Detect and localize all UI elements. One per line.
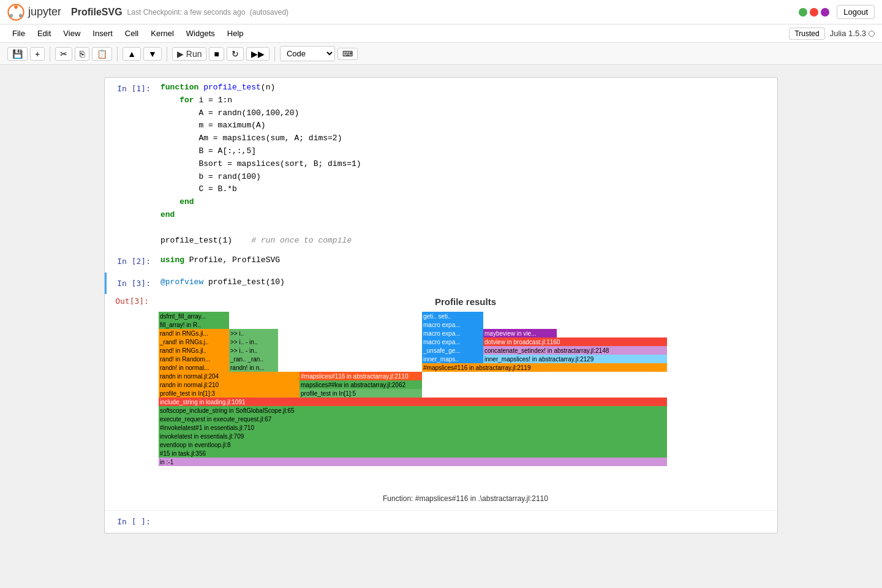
pblock-execute-request[interactable]: execute_request in execute_request.jl:67: [159, 415, 667, 423]
pblock-dsfmt[interactable]: dsfmt_fill_array...: [159, 312, 229, 320]
pblock-mapslices116a[interactable]: #mapslices#116 in abstractarray.jl:2110: [300, 372, 422, 380]
pblock-randn-normal3[interactable]: randn in normal.jl:204: [159, 372, 300, 380]
cell-2-content[interactable]: using Profile, ProfileSVG: [156, 251, 777, 273]
pblock-fill-array[interactable]: fill_array! in R..: [159, 320, 229, 329]
menu-cell[interactable]: Cell: [120, 27, 143, 40]
profile-footer: Function: #mapslices#116 in .\abstractar…: [159, 494, 772, 503]
pblock-rand-rngs1[interactable]: rand! in RNGs.jl...: [159, 329, 229, 337]
pblock-mapslices116b[interactable]: #mapslices#116 in abstractarray.jl:2119: [422, 363, 667, 372]
cell-3-label: In [3]:: [107, 273, 156, 295]
pblock-dotview[interactable]: dotview in broadcast.jl:1160: [483, 337, 667, 346]
profile-title: Profile results: [159, 296, 772, 307]
cell-1-label: In [1]:: [107, 78, 156, 251]
pblock-concatenate[interactable]: concatenate_setindex! in abstractarray.j…: [483, 346, 667, 355]
output-3-label: Out[3]:: [105, 294, 154, 505]
pblock-include-string[interactable]: include_string in loading.jl:1091: [159, 398, 667, 406]
output-3-content: Profile results dsfmt_fill_array... fill…: [154, 294, 777, 505]
cell-4-code[interactable]: [160, 514, 772, 529]
menu-insert[interactable]: Insert: [88, 27, 118, 40]
pblock-inner-mapslices[interactable]: inner_mapslices! in abstractarray.jl:212…: [483, 355, 667, 363]
dot-purple: [821, 8, 829, 17]
pblock-macro-expa2[interactable]: macro expa...: [422, 329, 483, 337]
restart-run-button[interactable]: ▶▶: [246, 47, 270, 61]
paste-button[interactable]: 📋: [92, 47, 112, 61]
run-button[interactable]: ▶ Run: [172, 47, 207, 61]
kernel-info: Julia 1.5.3: [830, 29, 875, 38]
cell-3-code[interactable]: @profview profile_test(10): [160, 276, 772, 289]
cell-4-content[interactable]: [156, 511, 777, 533]
kernel-status-dots: [799, 8, 829, 17]
menu-help[interactable]: Help: [222, 27, 249, 40]
cell-3-content[interactable]: @profview profile_test(10): [156, 273, 777, 295]
pblock-unsafe-ge[interactable]: _unsafe_ge...: [422, 346, 483, 355]
menubar: File Edit View Insert Cell Kernel Widget…: [0, 24, 882, 43]
pblock-macro-expa3[interactable]: macro expa...: [422, 337, 483, 346]
move-up-button[interactable]: ▲: [123, 47, 141, 61]
interrupt-button[interactable]: ■: [209, 47, 224, 61]
jupyter-text: jupyter: [28, 6, 61, 18]
pblock-invokelatest1[interactable]: #invokelatest#1 in essentials.jl:710: [159, 423, 667, 432]
dot-red: [810, 8, 818, 17]
menu-file[interactable]: File: [7, 27, 30, 40]
cell-2-code[interactable]: using Profile, ProfileSVG: [160, 254, 772, 267]
pblock-ran-ran[interactable]: _ran.. _ran..: [229, 355, 278, 363]
toolbar-separator-4: [274, 47, 275, 61]
pblock-rand-random[interactable]: rand! in Random...: [159, 355, 229, 363]
cell-1-code[interactable]: function profile_test(n) for i = 1:n A =…: [160, 81, 772, 247]
pblock-profile-test2[interactable]: profile_test in In[1]:5: [300, 389, 422, 398]
cell-3-output: Out[3]: Profile results dsfmt_fill_array…: [105, 294, 777, 505]
pblock-rand-rngs2[interactable]: >> i..: [229, 329, 278, 337]
dot-green: [799, 8, 807, 17]
save-button[interactable]: 💾: [7, 47, 28, 61]
cell-type-select[interactable]: Code Markdown Raw NBConvert Heading: [280, 46, 335, 61]
pblock-randn-normal1[interactable]: randn! in normal...: [159, 363, 229, 372]
cell-1-content[interactable]: function profile_test(n) for i = 1:n A =…: [156, 78, 777, 251]
add-cell-button[interactable]: +: [30, 47, 45, 61]
pblock-rand-rngs3[interactable]: _rand! in RNGs.j..: [159, 337, 229, 346]
svg-point-3: [19, 13, 23, 17]
svg-point-2: [10, 13, 13, 17]
pblock-randn-normal2[interactable]: randn! in n...: [229, 363, 278, 372]
pblock-rand-rngs5[interactable]: rand! in RNGs.jl..: [159, 346, 229, 355]
svg-point-1: [14, 5, 18, 9]
menubar-right: Trusted Julia 1.5.3: [789, 28, 875, 40]
jupyter-logo: jupyter: [7, 4, 61, 21]
notebook-title: ProfileSVG: [71, 7, 123, 18]
notebook-container: In [1]: function profile_test(n) for i =…: [104, 77, 778, 533]
topbar: jupyter ProfileSVG Last Checkpoint: a fe…: [0, 0, 882, 24]
pblock-rand-rngs6[interactable]: >> i.. - in..: [229, 346, 278, 355]
pblock-softscope[interactable]: softscope_include_string in SoftGlobalSc…: [159, 406, 667, 415]
cut-button[interactable]: ✂: [55, 47, 72, 61]
menu-widgets[interactable]: Widgets: [181, 27, 220, 40]
menu-view[interactable]: View: [58, 27, 85, 40]
copy-button[interactable]: ⎘: [75, 47, 89, 61]
profile-visualization[interactable]: dsfmt_fill_array... fill_array! in R.. g…: [159, 312, 772, 489]
toolbar: 💾 + ✂ ⎘ 📋 ▲ ▼ ▶ Run ■ ↻ ▶▶ Code Markdown…: [0, 43, 882, 65]
keyboard-shortcuts-button[interactable]: ⌨: [337, 48, 358, 60]
pblock-randn-normal4[interactable]: randn in normal.jl:210: [159, 380, 300, 389]
trusted-button[interactable]: Trusted: [789, 28, 824, 40]
topbar-right: Logout: [799, 5, 875, 19]
menu-edit[interactable]: Edit: [32, 27, 56, 40]
cell-4: In [ ]:: [105, 510, 777, 533]
restart-button[interactable]: ↻: [227, 47, 244, 61]
menu-kernel[interactable]: Kernel: [146, 27, 179, 40]
move-down-button[interactable]: ▼: [143, 47, 162, 61]
pblock-invokelatest2[interactable]: invokelatest in essentials.jl:709: [159, 432, 667, 440]
pblock-eventloop[interactable]: eventloop in eventloop.jl:8: [159, 440, 667, 449]
pblock-mapsliceskw[interactable]: mapslices##kw in abstractarray.jl:2062: [300, 380, 422, 389]
pblock-macro-expa1[interactable]: macro expa...: [422, 320, 483, 329]
pblock-rand-rngs4[interactable]: >> i.. - in..: [229, 337, 278, 346]
jupyter-icon: [7, 4, 24, 21]
pblock-in[interactable]: in :-1: [159, 458, 667, 466]
cell-3: In [3]: @profview profile_test(10): [105, 273, 777, 295]
checkpoint-info: Last Checkpoint: a few seconds ago (auto…: [127, 8, 289, 17]
pblock-task[interactable]: #15 in task.jl:356: [159, 449, 667, 458]
logout-button[interactable]: Logout: [837, 5, 875, 19]
kernel-circle-icon: [869, 31, 875, 37]
pblock-inner-maps[interactable]: inner_maps..: [422, 355, 483, 363]
pblock-geti-seti[interactable]: geti.. seti..: [422, 312, 483, 320]
toolbar-separator-2: [117, 47, 118, 61]
pblock-maybeview[interactable]: maybeview in vie...: [483, 329, 557, 337]
pblock-profile-test1[interactable]: profile_test in In[1]:3: [159, 389, 300, 398]
